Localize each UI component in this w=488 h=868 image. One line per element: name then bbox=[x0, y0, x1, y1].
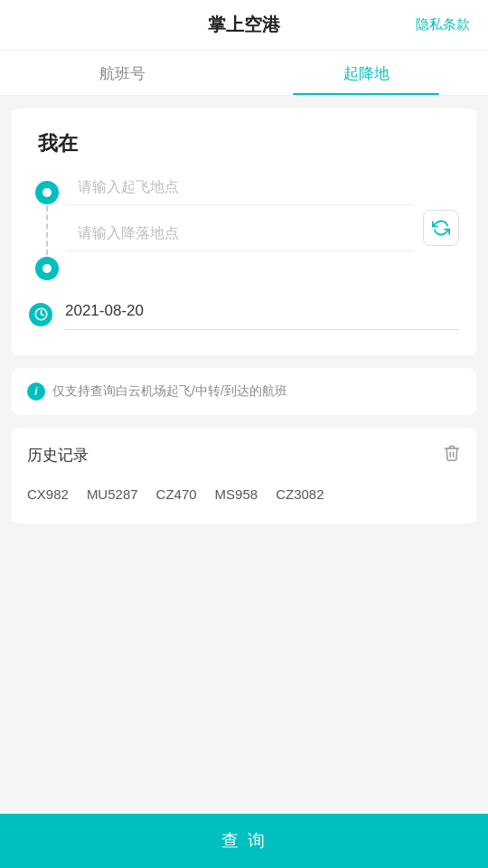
route-connector bbox=[46, 206, 48, 255]
trash-icon[interactable] bbox=[443, 444, 461, 467]
origin-dot bbox=[35, 181, 59, 204]
clock-icon bbox=[29, 303, 52, 326]
list-item[interactable]: CZ3082 bbox=[276, 481, 342, 507]
history-title: 历史记录 bbox=[27, 445, 89, 466]
info-icon: i bbox=[27, 382, 45, 401]
date-value: 2021-08-20 bbox=[65, 302, 144, 319]
route-inputs bbox=[29, 175, 459, 280]
origin-input[interactable] bbox=[78, 179, 414, 195]
privacy-link[interactable]: 隐私条款 bbox=[416, 16, 470, 33]
header-title: 掌上空港 bbox=[208, 13, 280, 37]
info-bar: i 仅支持查询白云机场起飞/中转/到达的航班 bbox=[11, 368, 477, 415]
search-card: 我在 bbox=[11, 108, 477, 355]
date-field-wrap[interactable]: 2021-08-20 bbox=[65, 298, 459, 330]
dest-dot-inner bbox=[42, 264, 52, 273]
list-item[interactable]: MS958 bbox=[215, 481, 277, 507]
tab-flight-no[interactable]: 航班号 bbox=[0, 51, 244, 95]
route-dots bbox=[29, 175, 65, 280]
tab-origin-dest[interactable]: 起降地 bbox=[244, 51, 488, 95]
info-text: 仅支持查询白云机场起飞/中转/到达的航班 bbox=[52, 383, 287, 400]
header: 掌上空港 隐私条款 bbox=[0, 0, 488, 51]
history-section: 历史记录 CX982 MU5287 CZ470 MS958 CZ3082 bbox=[11, 428, 477, 524]
list-item[interactable]: CX982 bbox=[27, 481, 87, 507]
date-row: 2021-08-20 bbox=[29, 298, 459, 330]
history-header: 历史记录 bbox=[27, 444, 461, 467]
query-button-label: 查 询 bbox=[221, 829, 266, 853]
dest-dot bbox=[35, 257, 59, 280]
route-fields bbox=[65, 175, 414, 280]
card-title: 我在 bbox=[38, 130, 459, 157]
list-item[interactable]: CZ470 bbox=[156, 481, 215, 507]
list-item[interactable]: MU5287 bbox=[87, 481, 156, 507]
history-tags: CX982 MU5287 CZ470 MS958 CZ3082 bbox=[27, 481, 461, 507]
tab-bar: 航班号 起降地 bbox=[0, 51, 488, 96]
swap-button[interactable] bbox=[423, 210, 459, 246]
origin-dot-inner bbox=[42, 188, 52, 197]
query-button[interactable]: 查 询 bbox=[0, 814, 488, 868]
dest-input[interactable] bbox=[78, 225, 414, 241]
